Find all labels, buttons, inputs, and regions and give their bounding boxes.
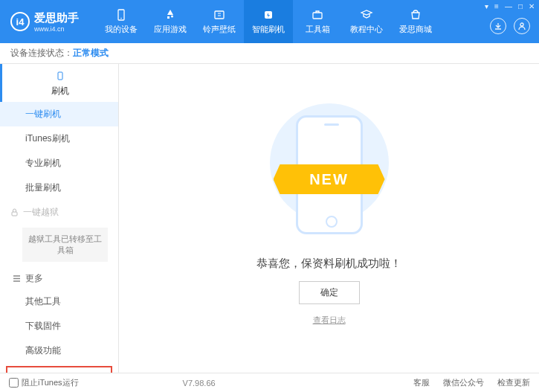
- sidebar-section-jailbreak: 一键越狱: [0, 200, 118, 225]
- download-button[interactable]: [490, 18, 506, 34]
- lock-icon: [10, 208, 19, 216]
- list-icon: [13, 274, 21, 283]
- nav-flash[interactable]: 智能刷机: [244, 0, 293, 43]
- svg-rect-7: [12, 212, 17, 216]
- sidebar-item-other[interactable]: 其他工具: [0, 289, 118, 314]
- close-icon[interactable]: ✕: [529, 2, 535, 10]
- logo: i4 爱思助手 www.i4.cn: [0, 11, 89, 33]
- store-icon: [409, 8, 422, 22]
- sidebar-section-flash[interactable]: 刷机: [0, 64, 118, 102]
- options-highlight: 自动激活 跳过向导: [6, 366, 112, 373]
- version-label: V7.98.66: [183, 379, 216, 388]
- svg-rect-2: [215, 11, 224, 19]
- ringtone-icon: [213, 8, 226, 22]
- status-mode: 正常模式: [73, 47, 109, 60]
- nav-apps[interactable]: 应用游戏: [146, 0, 195, 43]
- sidebar-item-firmware[interactable]: 下载固件: [0, 314, 118, 338]
- header: i4 爱思助手 www.i4.cn 我的设备 应用游戏 铃声壁纸 智能刷机 工具…: [0, 0, 539, 43]
- menu-icon[interactable]: ▾: [485, 2, 488, 10]
- minimize-icon[interactable]: —: [505, 2, 512, 10]
- sidebar-item-pro[interactable]: 专业刷机: [0, 151, 118, 176]
- svg-rect-4: [313, 13, 322, 19]
- flash-icon: [262, 8, 275, 22]
- window-controls: ▾ ≡ — □ ✕: [485, 2, 535, 10]
- sidebar-item-advanced[interactable]: 高级功能: [0, 338, 118, 363]
- sidebar-item-oneclick[interactable]: 一键刷机: [0, 102, 118, 126]
- footer-link-wechat[interactable]: 微信公众号: [443, 377, 484, 388]
- maximize-icon[interactable]: □: [518, 2, 523, 10]
- new-ribbon: NEW: [274, 164, 385, 194]
- jailbreak-note: 越狱工具已转移至工具箱: [22, 228, 108, 262]
- logo-icon: i4: [10, 12, 30, 31]
- account-button[interactable]: [514, 18, 530, 34]
- main-nav: 我的设备 应用游戏 铃声壁纸 智能刷机 工具箱 教程中心 爱思商城: [97, 0, 440, 43]
- nav-my-device[interactable]: 我的设备: [97, 0, 146, 43]
- view-log-link[interactable]: 查看日志: [313, 315, 346, 326]
- success-message: 恭喜您，保资料刷机成功啦！: [256, 257, 401, 271]
- svg-point-1: [120, 18, 122, 19]
- svg-rect-6: [58, 72, 62, 80]
- sidebar: 刷机 一键刷机 iTunes刷机 专业刷机 批量刷机 一键越狱 越狱工具已转移至…: [0, 64, 119, 373]
- toolbox-icon: [311, 8, 324, 22]
- status-bar: 设备连接状态： 正常模式: [0, 43, 539, 64]
- nav-store[interactable]: 爱思商城: [391, 0, 440, 43]
- nav-toolbox[interactable]: 工具箱: [293, 0, 342, 43]
- tutorial-icon: [360, 8, 373, 22]
- nav-tutorials[interactable]: 教程中心: [342, 0, 391, 43]
- main-content: NEW 恭喜您，保资料刷机成功啦！ 确定 查看日志: [119, 64, 539, 373]
- apps-icon: [164, 8, 177, 22]
- ok-button[interactable]: 确定: [299, 281, 360, 304]
- user-controls: [490, 18, 530, 34]
- footer-link-update[interactable]: 检查更新: [497, 377, 530, 388]
- footer: 阻止iTunes运行 V7.98.66 客服 微信公众号 检查更新: [0, 373, 539, 392]
- sidebar-section-more[interactable]: 更多: [0, 265, 118, 289]
- footer-link-support[interactable]: 客服: [413, 377, 430, 388]
- app-url: www.i4.cn: [34, 25, 79, 33]
- svg-point-5: [520, 23, 523, 26]
- device-icon: [114, 8, 128, 22]
- nav-ringtones[interactable]: 铃声壁纸: [195, 0, 244, 43]
- block-itunes-checkbox[interactable]: 阻止iTunes运行: [9, 377, 79, 388]
- sidebar-item-batch[interactable]: 批量刷机: [0, 176, 118, 200]
- success-illustration: NEW: [281, 111, 378, 245]
- app-title: 爱思助手: [34, 11, 79, 25]
- status-prefix: 设备连接状态：: [10, 47, 73, 60]
- phone-icon: [56, 71, 65, 80]
- settings-icon[interactable]: ≡: [494, 2, 499, 10]
- sidebar-item-itunes[interactable]: iTunes刷机: [0, 126, 118, 151]
